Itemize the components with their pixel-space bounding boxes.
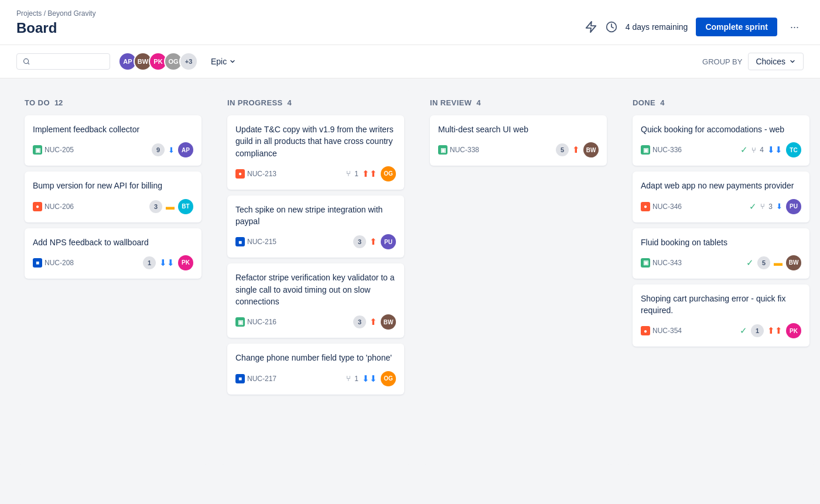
card-title-c6: Refactor stripe verification key validat… (235, 272, 396, 307)
issue-id-c5: NUC-215 (247, 238, 276, 246)
card-meta-c8: 5⬆BW (556, 142, 599, 157)
card-title-c1: Implement feedback collector (33, 124, 193, 135)
issue-icon-c7: ■ (235, 374, 245, 383)
issue-id-c1: NUC-205 (45, 146, 74, 154)
card-c4[interactable]: Update T&C copy with v1.9 from the write… (227, 115, 404, 190)
sprint-timer: 4 days remaining (626, 22, 688, 32)
column-count-inprogress: 4 (288, 98, 292, 107)
story-points: 3 (149, 200, 162, 213)
avatar-c6: BW (381, 314, 396, 330)
card-c6[interactable]: Refactor stripe verification key validat… (227, 263, 404, 338)
card-title-c9: Quick booking for accomodations - web (641, 124, 801, 135)
card-c3[interactable]: Add NPS feedback to wallboard ■ NUC-208 … (25, 228, 201, 279)
complete-sprint-button[interactable]: Complete sprint (696, 18, 777, 36)
issue-icon-c5: ■ (235, 237, 245, 246)
story-points: 1 (143, 256, 156, 269)
issue-badge-c12: ● NUC-354 (641, 326, 682, 335)
issue-badge-c7: ■ NUC-217 (235, 374, 276, 383)
issue-icon-c12: ● (641, 326, 650, 335)
issue-id-c6: NUC-216 (247, 318, 276, 326)
issue-icon-c9: ▣ (641, 145, 650, 155)
card-footer-c10: ● NUC-346 ✓ ⑂ 3 ⬇PU (641, 199, 801, 214)
more-options-button[interactable]: ··· (785, 19, 804, 36)
issue-badge-c6: ▣ NUC-216 (235, 317, 276, 327)
card-title-c12: Shoping cart purchasing error - quick fi… (641, 293, 801, 317)
lightning-icon (585, 20, 597, 33)
avatar-c12: PK (786, 323, 801, 338)
card-meta-c5: 3⬆PU (353, 234, 396, 249)
card-title-c10: Adapt web app no new payments provider (641, 180, 801, 191)
toolbar: AP BW PK OG +3 Epic GROUP BY Choices (0, 45, 820, 78)
card-footer-c8: ▣ NUC-338 5⬆BW (438, 142, 599, 157)
card-footer-c2: ● NUC-206 3▬BT (33, 199, 193, 214)
avatar-c9: TC (786, 142, 801, 157)
issue-id-c2: NUC-206 (45, 203, 74, 211)
card-c9[interactable]: Quick booking for accomodations - web ▣ … (633, 115, 809, 166)
card-meta-c7: ⑂ 1 ⬇⬇OG (346, 371, 396, 386)
issue-icon-c2: ● (33, 202, 42, 211)
card-c8[interactable]: Multi-dest search UI web ▣ NUC-338 5⬆BW (430, 115, 607, 166)
column-count-done: 4 (660, 98, 664, 107)
issue-badge-c5: ■ NUC-215 (235, 237, 276, 246)
toolbar-right: GROUP BY Choices (702, 53, 804, 70)
check-icon: ✓ (746, 258, 754, 268)
svg-marker-0 (586, 22, 596, 32)
issue-icon-c6: ▣ (235, 317, 245, 327)
avatar-c8: BW (583, 142, 599, 157)
issue-icon-c4: ● (235, 169, 245, 179)
card-c7[interactable]: Change phone number field type to 'phone… (227, 344, 404, 394)
choices-button[interactable]: Choices (748, 53, 804, 70)
branch-icon: ⑂ (751, 146, 756, 155)
issue-icon-c3: ■ (33, 258, 42, 268)
column-header-inprogress: IN PROGRESS 4 (227, 98, 404, 107)
column-header-inreview: IN REVIEW 4 (430, 98, 607, 107)
epic-filter-button[interactable]: Epic (206, 54, 241, 69)
card-footer-c12: ● NUC-354 ✓1⬆⬆PK (641, 323, 801, 338)
card-footer-c11: ▣ NUC-343 ✓5▬BW (641, 255, 801, 270)
avatar-group: AP BW PK OG +3 (118, 52, 198, 71)
issue-id-c4: NUC-213 (247, 170, 276, 178)
search-input[interactable] (33, 57, 104, 66)
issue-badge-c3: ■ NUC-208 (33, 258, 74, 268)
issue-badge-c8: ▣ NUC-338 (438, 145, 479, 155)
card-c11[interactable]: Fluid booking on tablets ▣ NUC-343 ✓5▬BW (633, 228, 809, 279)
group-by-label: GROUP BY (702, 57, 742, 66)
issue-icon-c8: ▣ (438, 145, 447, 155)
issue-id-c7: NUC-217 (247, 375, 276, 383)
card-footer-c5: ■ NUC-215 3⬆PU (235, 234, 396, 249)
branch-count: 4 (760, 146, 764, 154)
issue-badge-c11: ▣ NUC-343 (641, 258, 682, 268)
card-footer-c9: ▣ NUC-336 ✓ ⑂ 4 ⬇⬇TC (641, 142, 801, 157)
card-c10[interactable]: Adapt web app no new payments provider ●… (633, 172, 809, 222)
issue-badge-c10: ● NUC-346 (641, 202, 682, 211)
choices-label: Choices (756, 57, 785, 66)
branch-icon: ⑂ (760, 202, 765, 211)
search-icon (23, 57, 30, 66)
card-c2[interactable]: Bump version for new API for billing ● N… (25, 172, 201, 222)
card-c12[interactable]: Shoping cart purchasing error - quick fi… (633, 284, 809, 347)
card-footer-c1: ▣ NUC-205 9⬇AP (33, 142, 193, 157)
avatar-c1: AP (178, 142, 193, 157)
avatar-extra-count[interactable]: +3 (179, 52, 198, 71)
issue-badge-c4: ● NUC-213 (235, 169, 276, 179)
column-title-todo: TO DO (25, 98, 50, 107)
card-footer-c3: ■ NUC-208 1⬇⬇PK (33, 255, 193, 270)
card-footer-c4: ● NUC-213 ⑂ 1 ⬆⬆OG (235, 166, 396, 181)
avatar-c10: PU (786, 199, 801, 214)
card-meta-c9: ✓ ⑂ 4 ⬇⬇TC (740, 142, 801, 157)
avatar-c4: OG (381, 166, 396, 181)
card-title-c2: Bump version for new API for billing (33, 180, 193, 191)
issue-badge-c1: ▣ NUC-205 (33, 145, 74, 155)
issue-id-c12: NUC-354 (652, 327, 682, 335)
card-meta-c6: 3⬆BW (353, 314, 396, 330)
card-c1[interactable]: Implement feedback collector ▣ NUC-205 9… (25, 115, 201, 166)
card-title-c11: Fluid booking on tablets (641, 236, 801, 248)
search-box[interactable] (16, 53, 110, 70)
header-top: Projects / Beyond Gravity Board 4 days r… (16, 9, 804, 44)
choices-chevron-icon (789, 58, 796, 65)
title-section: Projects / Beyond Gravity Board (16, 9, 95, 44)
header-right: 4 days remaining Complete sprint ··· (585, 18, 804, 36)
avatar-c7: OG (381, 371, 396, 386)
column-inreview: IN REVIEW 4 Multi-dest search UI web ▣ N… (422, 90, 615, 465)
card-c5[interactable]: Tech spike on new stripe integration wit… (227, 196, 404, 258)
